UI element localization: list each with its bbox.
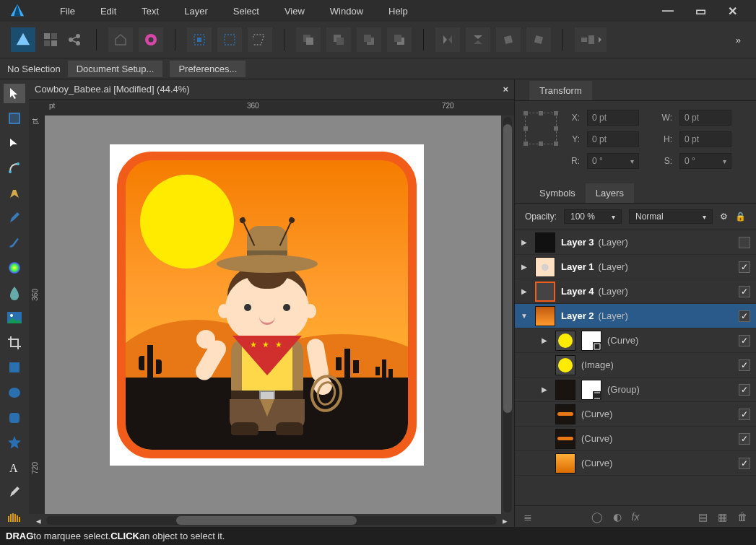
crop-tool[interactable] bbox=[4, 333, 25, 353]
opacity-input[interactable]: 100 %▾ bbox=[564, 209, 622, 224]
move-tool[interactable] bbox=[4, 84, 25, 103]
scrollbar-horizontal[interactable]: ◂ ▸ bbox=[29, 514, 514, 527]
menu-edit[interactable]: Edit bbox=[90, 2, 127, 20]
corner-tool[interactable] bbox=[4, 159, 25, 178]
preferences-button[interactable]: Preferences... bbox=[170, 61, 246, 77]
eyedropper-tool[interactable] bbox=[4, 483, 25, 502]
menu-help[interactable]: Help bbox=[378, 2, 419, 20]
tab-transform[interactable]: Transform bbox=[529, 81, 592, 100]
layer-visibility-checkbox[interactable]: ✓ bbox=[739, 359, 750, 371]
place-image-tool[interactable] bbox=[4, 308, 25, 328]
transform-r-input[interactable]: 0 ° bbox=[587, 153, 639, 169]
layer-row[interactable]: (Curve)✓ bbox=[515, 402, 756, 427]
layer-row[interactable]: (Curve)✓ bbox=[515, 451, 756, 476]
layer-visibility-checkbox[interactable]: ✓ bbox=[739, 286, 750, 297]
flip-h-icon[interactable] bbox=[435, 27, 460, 52]
order-back-icon[interactable] bbox=[296, 27, 321, 52]
minimize-button[interactable]: — bbox=[658, 3, 678, 19]
document-tab[interactable]: Cowboy_Babee.ai [Modified] (44.4%) bbox=[35, 84, 503, 95]
delete-layer-icon[interactable]: 🗑 bbox=[737, 511, 747, 523]
toolbar-home-icon[interactable] bbox=[108, 27, 133, 52]
pencil-tool[interactable] bbox=[4, 209, 25, 228]
layer-expand-arrow[interactable]: ▼ bbox=[519, 312, 529, 320]
layer-row[interactable]: ▶☻Layer 1(Layer)✓ bbox=[515, 255, 756, 279]
order-front-icon[interactable] bbox=[387, 27, 412, 52]
node-tool[interactable] bbox=[4, 134, 25, 153]
transparency-tool[interactable] bbox=[4, 284, 25, 303]
fx-icon[interactable]: fx bbox=[632, 511, 640, 523]
maximize-button[interactable]: ▭ bbox=[691, 3, 711, 19]
transform-s-input[interactable]: 0 ° bbox=[679, 153, 731, 169]
layer-visibility-checkbox[interactable]: ✓ bbox=[739, 310, 750, 322]
menu-file[interactable]: File bbox=[49, 2, 86, 20]
artboard-tool[interactable] bbox=[4, 109, 25, 128]
layers-stack-icon[interactable]: ≣ bbox=[523, 511, 532, 523]
menu-view[interactable]: View bbox=[274, 2, 316, 20]
new-pixel-layer-icon[interactable]: ▦ bbox=[718, 511, 727, 523]
rotate-cw-icon[interactable] bbox=[526, 27, 551, 52]
layer-visibility-checkbox[interactable]: ✓ bbox=[739, 335, 750, 346]
adjustment-icon[interactable]: ◐ bbox=[613, 511, 622, 523]
scrollbar-vertical[interactable] bbox=[501, 115, 514, 514]
star-tool[interactable] bbox=[4, 433, 25, 453]
menu-select[interactable]: Select bbox=[222, 2, 270, 20]
ellipse-tool[interactable] bbox=[4, 383, 25, 403]
layer-visibility-checkbox[interactable] bbox=[739, 237, 750, 248]
layer-visibility-checkbox[interactable]: ✓ bbox=[739, 433, 750, 445]
new-layer-icon[interactable]: ▤ bbox=[698, 511, 708, 523]
layer-expand-arrow[interactable]: ▶ bbox=[519, 263, 529, 271]
menu-text[interactable]: Text bbox=[131, 2, 170, 20]
snap-pixel-icon[interactable] bbox=[187, 27, 212, 52]
persona-pixel-icon[interactable] bbox=[41, 30, 60, 49]
mask-icon[interactable]: ◯ bbox=[591, 511, 603, 523]
rectangle-tool[interactable] bbox=[4, 358, 25, 378]
transform-x-input[interactable]: 0 pt bbox=[587, 110, 639, 126]
blend-mode-select[interactable]: Normal▾ bbox=[629, 209, 713, 224]
layer-row[interactable]: (Curve)✓ bbox=[515, 427, 756, 451]
tab-symbols[interactable]: Symbols bbox=[529, 183, 586, 203]
menu-window[interactable]: Window bbox=[319, 2, 374, 20]
transform-h-input[interactable]: 0 pt bbox=[679, 131, 731, 147]
transform-anchor-icon[interactable] bbox=[525, 113, 557, 144]
document-close-icon[interactable]: × bbox=[503, 84, 508, 95]
menu-layer[interactable]: Layer bbox=[173, 2, 219, 20]
layer-visibility-checkbox[interactable]: ✓ bbox=[739, 409, 750, 420]
gear-icon[interactable]: ⚙ bbox=[720, 212, 728, 222]
toolbar-overflow-icon[interactable]: » bbox=[731, 35, 745, 45]
layer-expand-arrow[interactable]: ▶ bbox=[519, 238, 529, 246]
persona-designer-icon[interactable] bbox=[11, 27, 35, 52]
hand-tool[interactable] bbox=[4, 508, 25, 528]
layer-visibility-checkbox[interactable]: ✓ bbox=[739, 261, 750, 273]
rotate-ccw-icon[interactable] bbox=[496, 27, 521, 52]
flip-v-icon[interactable] bbox=[466, 27, 490, 52]
layer-visibility-checkbox[interactable]: ✓ bbox=[739, 384, 750, 396]
lock-icon[interactable]: 🔒 bbox=[735, 212, 746, 222]
snap-bounds-icon[interactable] bbox=[248, 27, 272, 52]
order-forward-icon[interactable] bbox=[357, 27, 381, 52]
layer-row[interactable]: ▼Layer 2(Layer)✓ bbox=[515, 304, 756, 328]
align-icon[interactable] bbox=[575, 27, 607, 52]
document-setup-button[interactable]: Document Setup... bbox=[68, 61, 163, 77]
rounded-rect-tool[interactable] bbox=[4, 408, 25, 427]
layer-row[interactable]: ▶Layer 4(Layer)✓ bbox=[515, 279, 756, 304]
tab-layers[interactable]: Layers bbox=[586, 183, 634, 203]
transform-y-input[interactable]: 0 pt bbox=[587, 131, 639, 147]
brush-tool[interactable] bbox=[4, 233, 25, 253]
layer-visibility-checkbox[interactable]: ✓ bbox=[739, 458, 750, 469]
fill-tool[interactable] bbox=[4, 258, 25, 278]
persona-export-icon[interactable] bbox=[66, 30, 84, 49]
snap-grid-icon[interactable] bbox=[217, 27, 242, 52]
layer-row[interactable]: ▶(Group)✓ bbox=[515, 378, 756, 402]
layer-expand-arrow[interactable]: ▶ bbox=[519, 287, 529, 295]
transform-w-input[interactable]: 0 pt bbox=[679, 110, 731, 126]
canvas-viewport[interactable]: ★ ★ ★ bbox=[45, 115, 501, 514]
pen-tool[interactable] bbox=[4, 183, 25, 203]
layer-row[interactable]: (Image)✓ bbox=[515, 353, 756, 378]
layer-expand-arrow[interactable]: ▶ bbox=[539, 336, 549, 344]
layer-row[interactable]: ▶Layer 3(Layer) bbox=[515, 230, 756, 255]
toolbar-donut-icon[interactable] bbox=[139, 27, 163, 52]
layer-row[interactable]: ▶(Curve)✓ bbox=[515, 328, 756, 353]
close-button[interactable]: ✕ bbox=[724, 3, 742, 19]
layer-expand-arrow[interactable]: ▶ bbox=[539, 385, 549, 393]
text-tool[interactable]: A bbox=[4, 458, 25, 477]
